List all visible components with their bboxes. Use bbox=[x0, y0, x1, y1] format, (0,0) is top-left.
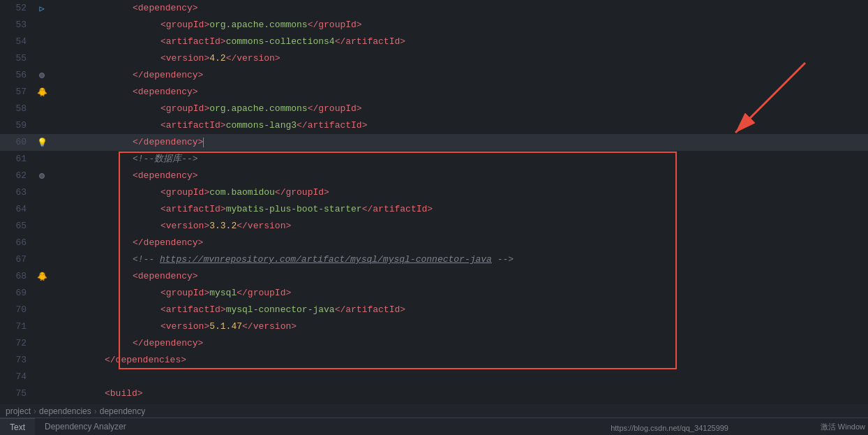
line-number-52: 52 bbox=[0, 0, 35, 17]
line-number-65: 65 bbox=[0, 218, 35, 235]
line-52: 52▷<dependency> bbox=[0, 0, 868, 17]
line-64: 64<artifactId>mybatis-plus-boot-starter<… bbox=[0, 201, 868, 218]
line-number-61: 61 bbox=[0, 151, 35, 168]
gutter-dot bbox=[39, 173, 45, 179]
line-content-69: <groupId>mysql</groupId> bbox=[49, 285, 868, 302]
line-number-74: 74 bbox=[0, 369, 35, 385]
duck-icon: 🐥 bbox=[37, 272, 47, 282]
gutter-dot bbox=[39, 73, 45, 78]
line-number-53: 53 bbox=[0, 17, 35, 34]
windows-badge: 激活 Window bbox=[821, 422, 865, 432]
blog-url: https://blog.csdn.net/qq_34125999 bbox=[611, 424, 728, 432]
line-content-75: <build> bbox=[49, 385, 868, 402]
line-content-52: <dependency> bbox=[49, 0, 868, 17]
line-number-66: 66 bbox=[0, 235, 35, 251]
breadcrumb-dependency: dependency bbox=[100, 406, 145, 416]
tab-text[interactable]: Text bbox=[0, 418, 35, 435]
line-content-68: <dependency> bbox=[49, 268, 868, 285]
line-content-65: <version>3.3.2</version> bbox=[49, 218, 868, 235]
line-number-64: 64 bbox=[0, 201, 35, 218]
line-number-59: 59 bbox=[0, 117, 35, 134]
line-73: 73</dependencies> bbox=[0, 352, 868, 369]
breadcrumb-project: project bbox=[6, 406, 31, 416]
gutter-62 bbox=[35, 173, 49, 179]
line-number-55: 55 bbox=[0, 50, 35, 67]
line-72: 72</dependency> bbox=[0, 335, 868, 352]
line-65: 65<version>3.3.2</version> bbox=[0, 218, 868, 235]
tab-dependency-analyzer[interactable]: Dependency Analyzer bbox=[35, 418, 136, 435]
line-number-62: 62 bbox=[0, 168, 35, 184]
line-54: 54<artifactId>commons-collections4</arti… bbox=[0, 34, 868, 50]
line-number-73: 73 bbox=[0, 352, 35, 369]
line-content-67: <!-- https://mvnrepository.com/artifact/… bbox=[49, 251, 868, 268]
line-number-72: 72 bbox=[0, 335, 35, 352]
line-63: 63<groupId>com.baomidou</groupId> bbox=[0, 184, 868, 201]
line-number-71: 71 bbox=[0, 318, 35, 335]
tabs-bar: Text Dependency Analyzer https://blog.cs… bbox=[0, 418, 868, 435]
line-number-68: 68 bbox=[0, 268, 35, 285]
line-53: 53<groupId>org.apache.commons</groupId> bbox=[0, 17, 868, 34]
line-number-56: 56 bbox=[0, 67, 35, 84]
line-content-66: </dependency> bbox=[49, 235, 868, 251]
line-number-67: 67 bbox=[0, 251, 35, 268]
line-content-62: <dependency> bbox=[49, 168, 868, 184]
line-number-54: 54 bbox=[0, 34, 35, 50]
line-content-53: <groupId>org.apache.commons</groupId> bbox=[49, 17, 868, 34]
line-66: 66</dependency> bbox=[0, 235, 868, 251]
gutter-68: 🐥 bbox=[35, 272, 49, 282]
line-69: 69<groupId>mysql</groupId> bbox=[0, 285, 868, 302]
gutter-56 bbox=[35, 73, 49, 78]
line-75: 75<build> bbox=[0, 385, 868, 402]
line-67: 67<!-- https://mvnrepository.com/artifac… bbox=[0, 251, 868, 268]
breadcrumb: project › dependencies › dependency bbox=[0, 404, 868, 418]
gutter-52: ▷ bbox=[35, 3, 49, 14]
breadcrumb-dependencies: dependencies bbox=[39, 406, 91, 416]
line-content-71: <version>5.1.47</version> bbox=[49, 318, 868, 335]
svg-line-1 bbox=[735, 63, 805, 133]
line-number-57: 57 bbox=[0, 84, 35, 101]
line-71: 71<version>5.1.47</version> bbox=[0, 318, 868, 335]
line-content-63: <groupId>com.baomidou</groupId> bbox=[49, 184, 868, 201]
bulb-icon: 💡 bbox=[37, 138, 47, 148]
line-number-58: 58 bbox=[0, 101, 35, 117]
line-number-70: 70 bbox=[0, 302, 35, 318]
arrow-icon: ▷ bbox=[39, 3, 44, 14]
line-content-73: </dependencies> bbox=[49, 352, 868, 369]
line-number-75: 75 bbox=[0, 385, 35, 402]
line-content-72: </dependency> bbox=[49, 335, 868, 352]
editor-area: 52▷<dependency>53<groupId>org.apache.com… bbox=[0, 0, 868, 405]
gutter-57: 🐥 bbox=[35, 87, 49, 98]
line-content-54: <artifactId>commons-collections4</artifa… bbox=[49, 34, 868, 50]
line-70: 70<artifactId>mysql-connector-java</arti… bbox=[0, 302, 868, 318]
line-74: 74 bbox=[0, 369, 868, 385]
line-content-70: <artifactId>mysql-connector-java</artifa… bbox=[49, 302, 868, 318]
line-number-69: 69 bbox=[0, 285, 35, 302]
line-number-63: 63 bbox=[0, 184, 35, 201]
line-68: 68🐥<dependency> bbox=[0, 268, 868, 285]
red-arrow-annotation bbox=[673, 56, 812, 154]
line-content-64: <artifactId>mybatis-plus-boot-starter</a… bbox=[49, 201, 868, 218]
line-62: 62<dependency> bbox=[0, 168, 868, 184]
line-number-60: 60 bbox=[0, 134, 35, 151]
gutter-60: 💡 bbox=[35, 138, 49, 148]
duck-icon: 🐥 bbox=[37, 87, 47, 98]
